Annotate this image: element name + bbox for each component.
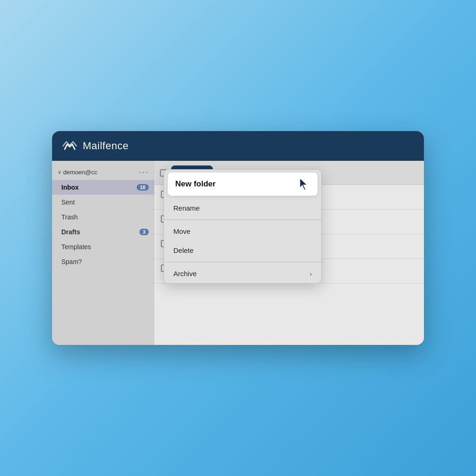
- move-label: Move: [173, 227, 191, 235]
- sidebar-item-spam-label: Spam?: [61, 258, 82, 265]
- context-menu-divider: [164, 219, 321, 220]
- sidebar: ∨ demoen@cc ··· Inbox 18 Sent Trash Draf…: [52, 161, 154, 345]
- archive-label: Archive: [173, 270, 197, 278]
- topbar: Mailfence: [52, 131, 424, 161]
- chevron-right-icon: ›: [310, 270, 312, 278]
- context-menu-delete[interactable]: Delete: [164, 241, 321, 260]
- sidebar-item-sent[interactable]: Sent: [52, 195, 154, 210]
- new-folder-label: New folder: [175, 179, 216, 189]
- account-row[interactable]: ∨ demoen@cc ···: [52, 165, 154, 180]
- account-name: demoen@cc: [63, 169, 139, 176]
- context-menu-new-folder[interactable]: New folder: [168, 172, 317, 196]
- context-menu-archive[interactable]: Archive ›: [164, 264, 321, 283]
- sidebar-item-inbox-label: Inbox: [61, 184, 79, 191]
- context-menu: New folder Rename Move Delete Archive ›: [164, 169, 322, 284]
- sidebar-item-templates[interactable]: Templates: [52, 239, 154, 254]
- delete-label: Delete: [173, 246, 193, 254]
- dots-menu[interactable]: ···: [139, 167, 149, 177]
- sidebar-item-trash[interactable]: Trash: [52, 210, 154, 225]
- sidebar-item-drafts-label: Drafts: [61, 228, 80, 236]
- sidebar-item-sent-label: Sent: [61, 198, 75, 206]
- sidebar-item-spam[interactable]: Spam?: [52, 254, 154, 269]
- sidebar-item-inbox[interactable]: Inbox 18: [52, 180, 154, 195]
- mailfence-logo-icon: [61, 138, 78, 154]
- context-menu-divider-2: [164, 262, 321, 262]
- inbox-badge: 18: [137, 184, 149, 191]
- rename-label: Rename: [173, 204, 200, 212]
- app-title: Mailfence: [83, 140, 129, 152]
- cursor-icon: [298, 177, 310, 191]
- sidebar-item-trash-label: Trash: [61, 213, 78, 221]
- sidebar-item-templates-label: Templates: [61, 243, 91, 251]
- account-arrow: ∨: [58, 169, 61, 175]
- drafts-badge: 3: [139, 229, 149, 235]
- context-menu-rename[interactable]: Rename: [164, 198, 321, 218]
- context-menu-move[interactable]: Move: [164, 222, 321, 241]
- logo-area: Mailfence: [61, 138, 129, 154]
- sidebar-item-drafts[interactable]: Drafts 3: [52, 225, 154, 239]
- app-window: Mailfence ∨ demoen@cc ··· Inbox 18 Sent: [52, 131, 424, 345]
